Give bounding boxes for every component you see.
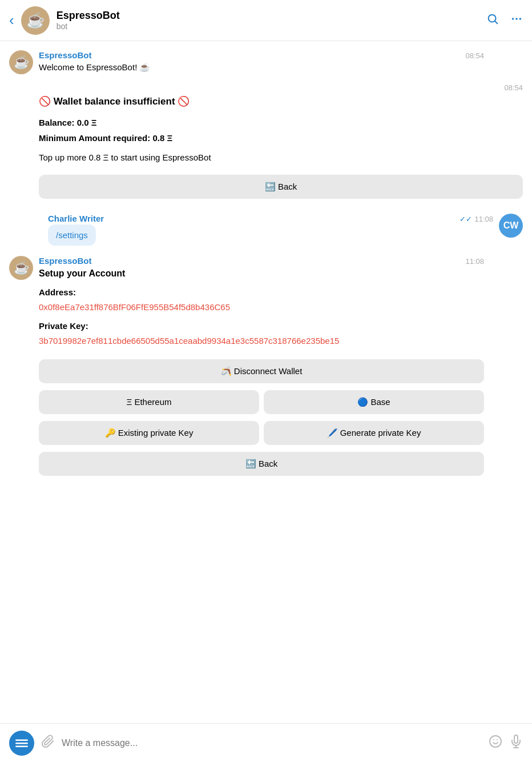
- emoji-icon[interactable]: [489, 735, 502, 752]
- chat-area: ☕ EspressoBot 08:54 Welcome to EspressoB…: [0, 41, 532, 723]
- back-button-4[interactable]: 🔙 Back: [39, 452, 484, 476]
- network-btn-row: Ξ Ethereum 🔵 Base: [39, 390, 484, 414]
- svg-rect-6: [15, 743, 28, 744]
- time-label-3: 11:08: [474, 215, 493, 223]
- user-name: Charlie Writer: [48, 214, 104, 223]
- header-icons: [486, 13, 523, 29]
- attach-icon[interactable]: [41, 735, 55, 752]
- generate-key-button[interactable]: 🖊️ Generate private Key: [264, 421, 484, 445]
- bot-name: EspressoBot: [57, 10, 486, 22]
- svg-point-3: [515, 18, 518, 20]
- message-content-4: EspressoBot 11:08 Setup your Account Add…: [39, 256, 484, 476]
- message-time-2: 08:54: [39, 83, 523, 92]
- back-button-1[interactable]: 🔙 Back: [39, 175, 523, 199]
- key-btn-row: 🔑 Existing private Key 🖊️ Generate priva…: [39, 421, 484, 445]
- balance-label: Balance: 0.0 Ξ: [39, 117, 523, 130]
- menu-button[interactable]: [9, 731, 34, 756]
- svg-point-4: [519, 18, 522, 20]
- search-icon[interactable]: [486, 13, 499, 29]
- message-time-4: 11:08: [465, 257, 484, 266]
- message-group-1: ☕ EspressoBot 08:54 Welcome to EspressoB…: [9, 50, 523, 77]
- message-header-3: Charlie Writer ✓✓ 11:08: [48, 214, 493, 223]
- svg-point-8: [490, 736, 501, 747]
- back-btn-row-1: 🔙 Back: [39, 175, 523, 199]
- existing-key-button[interactable]: 🔑 Existing private Key: [39, 421, 259, 445]
- setup-heading: Setup your Account: [39, 267, 484, 280]
- topup-text: Top up more 0.8 Ξ to start using Espress…: [39, 151, 523, 165]
- insufficient-title: 🚫 Wallet balance insufficient 🚫: [39, 94, 523, 109]
- svg-rect-7: [15, 745, 28, 747]
- back-button[interactable]: ‹: [9, 11, 14, 29]
- address-value: 0x0f8eEa7e31ff876BfF06FfE955B54f5d8b436C…: [39, 301, 484, 314]
- message-input[interactable]: [62, 738, 482, 748]
- bottom-bar: [0, 723, 532, 762]
- message-time-1: 08:54: [465, 51, 484, 60]
- sender-label-1: EspressoBot: [39, 50, 92, 60]
- message-group-3: CW Charlie Writer ✓✓ 11:08 /settings: [9, 214, 523, 246]
- back-btn-row-4: 🔙 Back: [39, 452, 484, 476]
- user-avatar: CW: [499, 214, 523, 238]
- ethereum-button[interactable]: Ξ Ethereum: [39, 390, 259, 414]
- message-content-1: EspressoBot 08:54 Welcome to EspressoBot…: [39, 50, 484, 77]
- address-label: Address:: [39, 286, 484, 299]
- user-message-text: /settings: [48, 224, 96, 246]
- header-info: EspressoBot bot: [57, 10, 486, 31]
- more-icon[interactable]: [510, 13, 523, 29]
- message-header-1: EspressoBot 08:54: [39, 50, 484, 60]
- message-time-3: ✓✓ 11:08: [460, 215, 493, 223]
- chat-header: ‹ ☕ EspressoBot bot: [0, 0, 532, 41]
- bot-avatar: ☕: [21, 6, 50, 35]
- disconnect-wallet-button[interactable]: 🪃 Disconnect Wallet: [39, 359, 484, 383]
- bot-avatar-1: ☕: [9, 50, 33, 74]
- welcome-text: Welcome to EspressoBot! ☕: [39, 61, 484, 74]
- read-check: ✓✓: [460, 215, 472, 223]
- svg-line-1: [495, 21, 497, 23]
- pk-label: Private Key:: [39, 320, 484, 333]
- sender-label-4: EspressoBot: [39, 256, 92, 266]
- message-group-4: ☕ EspressoBot 11:08 Setup your Account A…: [9, 256, 523, 476]
- message-header-4: EspressoBot 11:08: [39, 256, 484, 266]
- base-button[interactable]: 🔵 Base: [264, 390, 484, 414]
- bot-avatar-4: ☕: [9, 256, 33, 280]
- svg-rect-5: [15, 739, 28, 740]
- disconnect-btn-row: 🪃 Disconnect Wallet: [39, 359, 484, 383]
- pk-value: 3b7019982e7ef811cbde66505d55a1ceaabd9934…: [39, 335, 484, 348]
- microphone-icon[interactable]: [509, 735, 523, 752]
- bot-subtitle: bot: [57, 22, 486, 31]
- min-amount-label: Minimum Amount required: 0.8 Ξ: [39, 132, 523, 145]
- svg-point-2: [512, 18, 514, 20]
- message-content-3: Charlie Writer ✓✓ 11:08 /settings: [48, 214, 493, 246]
- message-group-2: 08:54 🚫 Wallet balance insufficient 🚫 Ba…: [39, 83, 523, 199]
